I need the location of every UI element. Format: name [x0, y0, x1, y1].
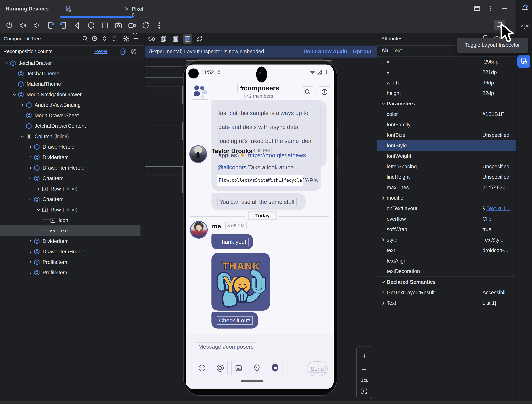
- attr-row-textAlign[interactable]: textAlign: [377, 256, 516, 266]
- chevron-right-icon[interactable]: [380, 300, 386, 306]
- zoom-in-button[interactable]: +: [357, 351, 372, 361]
- home-indicator[interactable]: [241, 380, 264, 382]
- view-options-eye-icon[interactable]: [147, 34, 156, 44]
- reset-link[interactable]: Reset: [95, 49, 108, 54]
- attr-row-letterSpacing[interactable]: letterSpacing Unspecified: [377, 161, 516, 172]
- panel-layout-icon[interactable]: [473, 4, 481, 13]
- tree-item-modaldrawersheet[interactable]: ModalDrawerSheet: [0, 110, 140, 121]
- attr-row-Declared Semantics[interactable]: Declared Semantics: [377, 277, 516, 287]
- attr-row-fontWeight[interactable]: fontWeight: [377, 151, 516, 161]
- rotate-right-icon[interactable]: [59, 21, 69, 30]
- hide-icon[interactable]: [132, 35, 140, 43]
- send-button[interactable]: Send: [307, 361, 328, 376]
- search-icon[interactable]: [302, 87, 313, 97]
- tree-item-draweritemheader[interactable]: DrawerItemHeader: [0, 246, 140, 257]
- chevron-right-icon[interactable]: [27, 144, 34, 150]
- chevron-right-icon[interactable]: [380, 195, 386, 201]
- export-snapshot-icon[interactable]: [159, 34, 168, 44]
- chevron-right-icon[interactable]: [27, 249, 34, 255]
- info-icon[interactable]: [319, 87, 330, 97]
- target-icon[interactable]: [91, 35, 98, 43]
- chevron-right-icon[interactable]: [35, 186, 42, 192]
- kebab-icon[interactable]: [487, 4, 495, 13]
- image-icon[interactable]: [231, 361, 246, 375]
- back-icon[interactable]: [73, 21, 82, 30]
- rotate-left-icon[interactable]: [45, 21, 55, 30]
- zoom-ratio-button[interactable]: 1:1: [357, 377, 372, 383]
- tree-item-profileitem[interactable]: ProfileItem: [0, 257, 140, 267]
- chevron-down-icon[interactable]: [19, 133, 25, 140]
- zoom-out-button[interactable]: −: [357, 364, 372, 374]
- tab-pixel-6-pro[interactable]: Pixel 6 Pro API 33: [60, 0, 133, 17]
- chevron-right-icon[interactable]: [27, 270, 34, 276]
- chevron-down-icon[interactable]: [35, 207, 42, 213]
- power-icon[interactable]: [5, 21, 14, 30]
- attr-row-modifier[interactable]: modifier: [377, 193, 516, 203]
- attr-row-overflow[interactable]: overflow Clip: [377, 214, 516, 224]
- tree-item-text[interactable]: Ab Text: [0, 225, 140, 236]
- chevron-down-icon[interactable]: [3, 60, 10, 66]
- overview-icon[interactable]: [100, 21, 109, 30]
- live-updates-icon[interactable]: [183, 34, 192, 44]
- tree-item-row[interactable]: Row (inline): [0, 183, 140, 194]
- recomposition-counts-icon[interactable]: [119, 48, 127, 56]
- chevron-right-icon[interactable]: [27, 259, 34, 265]
- minimize-icon[interactable]: [500, 4, 508, 13]
- attr-row-onTextLayout[interactable]: onTextLayout λ Text.kt:1...: [377, 203, 516, 214]
- chevron-down-icon[interactable]: [27, 196, 34, 202]
- tree-item-icon[interactable]: Icon: [0, 215, 140, 225]
- camera-icon[interactable]: [114, 21, 123, 30]
- refresh-icon[interactable]: [195, 34, 204, 44]
- notifications-bell-icon[interactable]: [521, 4, 529, 13]
- gradle-elephant-icon[interactable]: [520, 22, 529, 31]
- more-icon[interactable]: [155, 21, 164, 30]
- chevron-right-icon[interactable]: [380, 290, 386, 296]
- attr-row-Parameters[interactable]: Parameters: [377, 98, 516, 109]
- attr-row-lineHeight[interactable]: lineHeight Unspecified: [377, 172, 516, 182]
- opt-out-link[interactable]: Opt-out: [353, 49, 371, 55]
- chevron-down-icon[interactable]: [380, 101, 386, 107]
- attr-value[interactable]: λ Text.kt:1...: [482, 206, 510, 211]
- collapse-all-icon[interactable]: [110, 35, 118, 43]
- settings-gear-icon[interactable]: [123, 35, 130, 43]
- tree-item-chatitem[interactable]: ChatItem: [0, 173, 140, 183]
- tree-item-materialtheme[interactable]: MaterialTheme: [0, 79, 140, 89]
- mention-link[interactable]: @aliconors: [217, 164, 247, 170]
- location-icon[interactable]: [250, 361, 264, 375]
- attr-row-text[interactable]: text droidcon-...: [377, 245, 516, 256]
- chevron-right-icon[interactable]: [380, 237, 386, 243]
- chevron-down-icon[interactable]: [27, 175, 34, 182]
- ban-icon[interactable]: [130, 48, 137, 56]
- attr-row-width[interactable]: width 96dp: [377, 77, 516, 88]
- tree-item-profileitem[interactable]: ProfileItem: [0, 267, 140, 278]
- tree-item-jetchatdrawercontent[interactable]: JetchatDrawerContent: [0, 121, 140, 131]
- attr-row-fontSize[interactable]: fontSize Unspecified: [377, 130, 516, 140]
- close-tab-icon[interactable]: ✕: [124, 6, 129, 12]
- emoji-icon[interactable]: [195, 361, 209, 375]
- chevron-right-icon[interactable]: [19, 102, 25, 108]
- attr-row-GetTextLayoutResult[interactable]: GetTextLayoutResult Accessibil...: [377, 287, 516, 298]
- tree-item-divideritem[interactable]: DividerItem: [0, 236, 140, 246]
- tree-item-androidviewbinding[interactable]: AndroidViewBinding: [0, 100, 140, 110]
- dont-show-again-link[interactable]: Don't Show Again: [304, 49, 347, 55]
- avatar-taylor[interactable]: [189, 145, 207, 163]
- attr-row-y[interactable]: y 221dp: [377, 67, 516, 77]
- tree-item-jetchatdrawer[interactable]: JetchatDrawer: [0, 58, 140, 68]
- volume-down-icon[interactable]: [32, 21, 41, 30]
- avatar-me[interactable]: [190, 221, 208, 239]
- attr-row-fontStyle[interactable]: fontStyle: [377, 140, 516, 151]
- chevron-right-icon[interactable]: [27, 238, 34, 244]
- tree-item-divideritem[interactable]: DividerItem: [0, 152, 140, 163]
- snapshot-list-icon[interactable]: [171, 34, 180, 44]
- tree-item-column[interactable]: Column (inline): [0, 131, 140, 142]
- mention-at-icon[interactable]: [213, 361, 228, 375]
- attr-row-softWrap[interactable]: softWrap true: [377, 224, 516, 235]
- attr-row-height[interactable]: height 22dp: [377, 88, 516, 98]
- tree-item-draweritemheader[interactable]: DrawerItemHeader: [0, 163, 140, 173]
- attr-row-Text[interactable]: Text List[1]: [377, 298, 516, 308]
- home-icon[interactable]: [86, 21, 96, 30]
- fit-screen-icon[interactable]: [357, 387, 372, 395]
- attr-row-fontFamily[interactable]: fontFamily: [377, 119, 516, 130]
- attr-row-textDecoration[interactable]: textDecoration: [377, 266, 516, 277]
- volume-up-icon[interactable]: [18, 21, 28, 30]
